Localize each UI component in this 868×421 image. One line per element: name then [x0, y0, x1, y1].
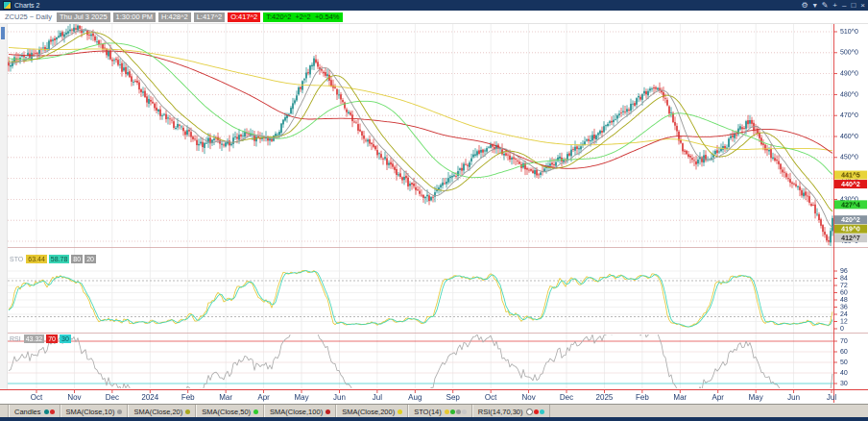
- chevron-down-icon[interactable]: ▾: [813, 2, 817, 10]
- legend-dots: [326, 409, 330, 414]
- window-bottom-frame: [0, 417, 868, 421]
- legend-dots: [185, 409, 190, 414]
- sto-d-value: 58.78: [49, 255, 70, 263]
- gear-icon[interactable]: ⚙: [801, 2, 808, 10]
- scrollbar-handle[interactable]: [1, 27, 5, 39]
- edit-icon[interactable]: ✎: [822, 2, 829, 10]
- rsi-lower-ref: 30: [60, 334, 71, 343]
- rsi-value: 43.32: [24, 334, 45, 343]
- left-scrollbar[interactable]: [0, 23, 8, 389]
- chart-canvas[interactable]: [0, 0, 868, 421]
- close-button[interactable]: ×: [860, 2, 865, 10]
- legend-sto[interactable]: STO(14): [408, 405, 472, 418]
- symbol-label: ZCU25 ~ Daily: [5, 12, 52, 21]
- legend-rsi[interactable]: RSI(14,70,30): [472, 405, 550, 418]
- legend-dots: [445, 409, 467, 414]
- legend-toolbar: Candles SMA(Close,10) SMA(Close,20) SMA(…: [0, 404, 868, 418]
- sto-upper-ref: 80: [71, 255, 83, 263]
- legend-sma50[interactable]: SMA(Close,50): [196, 405, 264, 418]
- rsi-label: RSI: [10, 334, 21, 343]
- rsi-pane-label: RSI 43.32 70 30: [10, 334, 71, 343]
- maximize-button[interactable]: □: [851, 2, 856, 10]
- app-window: Charts 2 ⚙ ▾ ✎ + – □ × ZCU25 ~ Daily Thu…: [0, 0, 868, 421]
- legend-label: SMA(Close,200): [342, 408, 395, 416]
- high-chip: H:428^2: [158, 12, 191, 22]
- legend-dots: [526, 409, 544, 415]
- minimize-button[interactable]: –: [842, 2, 846, 10]
- legend-sma20[interactable]: SMA(Close,20): [128, 405, 196, 418]
- legend-dots: [44, 409, 55, 414]
- titlebar[interactable]: Charts 2 ⚙ ▾ ✎ + – □ ×: [0, 0, 868, 11]
- toolbar-grip[interactable]: [0, 405, 9, 418]
- sto-k-value: 63.44: [26, 255, 47, 263]
- sto-lower-ref: 20: [84, 255, 96, 263]
- sto-label: STO: [10, 255, 23, 263]
- legend-sma10[interactable]: SMA(Close,10): [60, 405, 129, 418]
- open-chip: O:417^2: [228, 12, 260, 22]
- legend-label: SMA(Close,10): [66, 408, 115, 416]
- app-icon: [3, 1, 12, 10]
- legend-dots: [117, 409, 122, 414]
- legend-label: SMA(Close,20): [133, 408, 182, 416]
- chart-header: ZCU25 ~ Daily Thu Jul 3 2025 1:30:00 PM …: [0, 11, 868, 24]
- window-controls: ⚙ ▾ ✎ + – □ ×: [801, 2, 865, 10]
- legend-label: RSI(14,70,30): [478, 408, 523, 416]
- legend-label: SMA(Close,100): [270, 408, 323, 416]
- last-chip: T:420^2 +2^2 +0.54%: [263, 12, 342, 22]
- legend-sma200[interactable]: SMA(Close,200): [336, 405, 408, 418]
- time-chip: 1:30:00 PM: [113, 12, 156, 22]
- legend-candles[interactable]: Candles: [9, 405, 60, 418]
- legend-sma100[interactable]: SMA(Close,100): [264, 405, 336, 418]
- legend-label: STO(14): [414, 408, 442, 416]
- legend-label: Candles: [14, 408, 41, 416]
- date-chip: Thu Jul 3 2025: [57, 12, 110, 22]
- legend-dots: [398, 409, 402, 414]
- window-title: Charts 2: [14, 0, 39, 11]
- low-chip: L:417^2: [194, 12, 225, 22]
- legend-label: SMA(Close,50): [202, 408, 251, 416]
- sto-pane-label: STO 63.44 58.78 80 20: [10, 255, 96, 263]
- pin-icon[interactable]: +: [832, 2, 837, 10]
- rsi-upper-ref: 70: [46, 334, 58, 343]
- legend-dots: [253, 409, 258, 414]
